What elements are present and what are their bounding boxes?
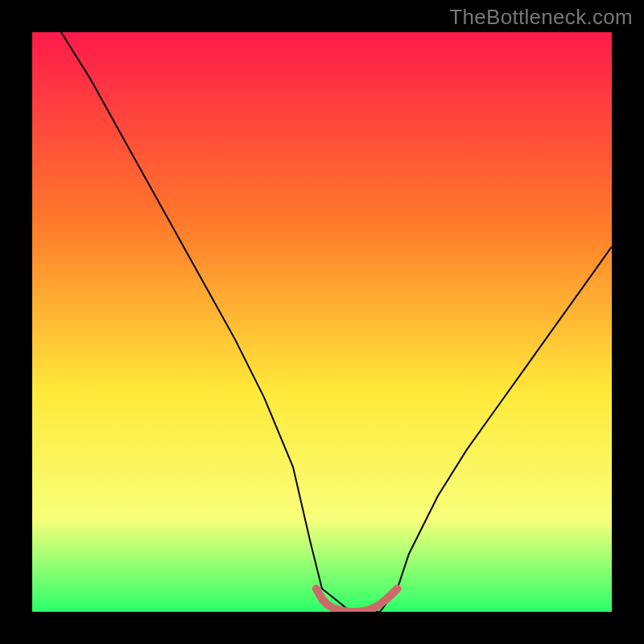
watermark-text: TheBottleneck.com	[449, 5, 633, 30]
chart-svg	[32, 32, 612, 612]
chart-frame: TheBottleneck.com	[0, 0, 644, 644]
gradient-background	[32, 32, 612, 612]
plot-area	[32, 32, 612, 612]
